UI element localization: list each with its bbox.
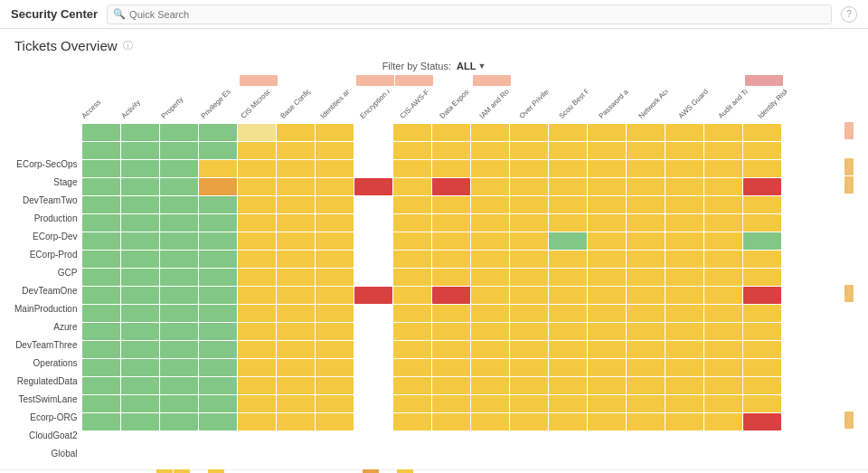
- heatmap-cell[interactable]: [121, 269, 159, 286]
- heatmap-cell[interactable]: [316, 214, 354, 232]
- heatmap-cell[interactable]: [665, 377, 703, 394]
- heatmap-cell[interactable]: [121, 359, 159, 376]
- heatmap-cell[interactable]: [121, 305, 159, 322]
- heatmap-cell[interactable]: [471, 232, 509, 250]
- heatmap-cell[interactable]: [160, 232, 198, 250]
- heatmap-cell[interactable]: [704, 232, 742, 250]
- heatmap-cell[interactable]: [354, 178, 392, 195]
- heatmap-cell[interactable]: [238, 196, 276, 213]
- heatmap-cell[interactable]: [199, 341, 237, 358]
- heatmap-cell[interactable]: [393, 232, 431, 250]
- heatmap-cell[interactable]: [743, 232, 781, 250]
- heatmap-cell[interactable]: [665, 124, 703, 141]
- heatmap-cell[interactable]: [627, 251, 665, 268]
- heatmap-cell[interactable]: [277, 160, 315, 177]
- heatmap-cell[interactable]: [627, 359, 665, 376]
- heatmap-cell[interactable]: [510, 196, 548, 213]
- heatmap-cell[interactable]: [588, 287, 626, 304]
- heatmap-cell[interactable]: [82, 214, 120, 232]
- heatmap-cell[interactable]: [549, 359, 587, 376]
- heatmap-cell[interactable]: [316, 196, 354, 213]
- heatmap-cell[interactable]: [199, 305, 237, 322]
- heatmap-cell[interactable]: [588, 359, 626, 376]
- heatmap-cell[interactable]: [316, 413, 354, 430]
- heatmap-cell[interactable]: [743, 359, 781, 376]
- heatmap-cell[interactable]: [510, 413, 548, 430]
- heatmap-cell[interactable]: [82, 413, 120, 430]
- heatmap-cell[interactable]: [160, 359, 198, 376]
- heatmap-cell[interactable]: [549, 232, 587, 250]
- heatmap-cell[interactable]: [510, 124, 548, 141]
- heatmap-cell[interactable]: [277, 341, 315, 358]
- heatmap-cell[interactable]: [665, 214, 703, 232]
- heatmap-cell[interactable]: [354, 305, 392, 322]
- heatmap-cell[interactable]: [316, 395, 354, 412]
- heatmap-cell[interactable]: [121, 323, 159, 340]
- heatmap-cell[interactable]: [743, 214, 781, 232]
- heatmap-cell[interactable]: [238, 413, 276, 430]
- heatmap-cell[interactable]: [238, 124, 276, 141]
- heatmap-cell[interactable]: [160, 395, 198, 412]
- heatmap-cell[interactable]: [160, 323, 198, 340]
- heatmap-cell[interactable]: [238, 395, 276, 412]
- heatmap-cell[interactable]: [393, 305, 431, 322]
- heatmap-cell[interactable]: [121, 214, 159, 232]
- heatmap-cell[interactable]: [743, 287, 781, 304]
- heatmap-cell[interactable]: [743, 124, 781, 141]
- heatmap-cell[interactable]: [160, 251, 198, 268]
- heatmap-cell[interactable]: [704, 341, 742, 358]
- heatmap-cell[interactable]: [432, 287, 470, 304]
- heatmap-cell[interactable]: [627, 341, 665, 358]
- heatmap-cell[interactable]: [743, 196, 781, 213]
- heatmap-cell[interactable]: [82, 395, 120, 412]
- heatmap-cell[interactable]: [238, 341, 276, 358]
- heatmap-cell[interactable]: [510, 269, 548, 286]
- heatmap-cell[interactable]: [160, 341, 198, 358]
- heatmap-cell[interactable]: [627, 323, 665, 340]
- heatmap-cell[interactable]: [432, 178, 470, 195]
- heatmap-cell[interactable]: [471, 305, 509, 322]
- heatmap-cell[interactable]: [82, 359, 120, 376]
- heatmap-cell[interactable]: [549, 196, 587, 213]
- heatmap-cell[interactable]: [160, 413, 198, 430]
- help-icon[interactable]: ?: [841, 6, 857, 23]
- heatmap-cell[interactable]: [665, 305, 703, 322]
- heatmap-cell[interactable]: [665, 287, 703, 304]
- heatmap-cell[interactable]: [354, 251, 392, 268]
- heatmap-cell[interactable]: [82, 287, 120, 304]
- heatmap-cell[interactable]: [121, 232, 159, 250]
- heatmap-cell[interactable]: [316, 287, 354, 304]
- heatmap-cell[interactable]: [316, 178, 354, 195]
- heatmap-cell[interactable]: [665, 359, 703, 376]
- heatmap-cell[interactable]: [82, 124, 120, 141]
- heatmap-cell[interactable]: [471, 287, 509, 304]
- heatmap-cell[interactable]: [121, 413, 159, 430]
- heatmap-cell[interactable]: [588, 142, 626, 159]
- heatmap-cell[interactable]: [627, 269, 665, 286]
- heatmap-cell[interactable]: [510, 323, 548, 340]
- heatmap-cell[interactable]: [471, 395, 509, 412]
- heatmap-cell[interactable]: [627, 377, 665, 394]
- heatmap-cell[interactable]: [471, 196, 509, 213]
- heatmap-cell[interactable]: [277, 413, 315, 430]
- heatmap-cell[interactable]: [432, 142, 470, 159]
- heatmap-cell[interactable]: [704, 395, 742, 412]
- heatmap-cell[interactable]: [704, 287, 742, 304]
- heatmap-cell[interactable]: [238, 214, 276, 232]
- heatmap-cell[interactable]: [510, 232, 548, 250]
- heatmap-cell[interactable]: [393, 160, 431, 177]
- heatmap-cell[interactable]: [82, 196, 120, 213]
- heatmap-cell[interactable]: [316, 232, 354, 250]
- heatmap-cell[interactable]: [588, 395, 626, 412]
- heatmap-cell[interactable]: [277, 142, 315, 159]
- heatmap-cell[interactable]: [238, 287, 276, 304]
- heatmap-cell[interactable]: [432, 251, 470, 268]
- heatmap-cell[interactable]: [316, 359, 354, 376]
- heatmap-cell[interactable]: [627, 232, 665, 250]
- heatmap-cell[interactable]: [665, 323, 703, 340]
- heatmap-cell[interactable]: [160, 305, 198, 322]
- heatmap-cell[interactable]: [393, 287, 431, 304]
- heatmap-cell[interactable]: [549, 214, 587, 232]
- heatmap-cell[interactable]: [82, 305, 120, 322]
- heatmap-cell[interactable]: [704, 413, 742, 430]
